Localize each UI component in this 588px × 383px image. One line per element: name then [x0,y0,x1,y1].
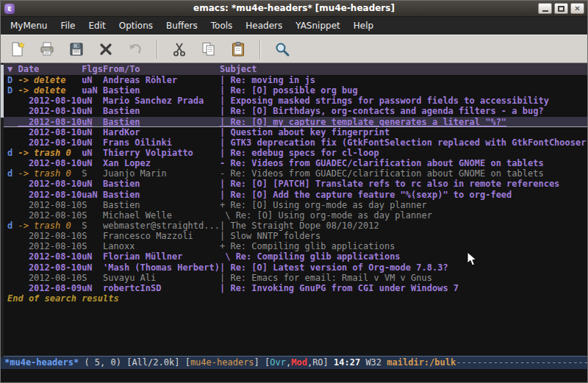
message-row[interactable]: d-> trash 0Swebmaster@straightd...| The … [1,221,587,231]
cut-icon [171,41,187,57]
scrollbar[interactable] [1,63,4,357]
message-subject: | Re: Emacs for email: Rmail v VM v Gnus [220,273,587,283]
message-date: 2012-08-10 [18,241,82,251]
paste-button[interactable] [229,39,248,60]
message-subject: | Slow NNTP folders [220,231,587,241]
message-row[interactable]: 2012-08-10uNXan Lopez- Re: Videos from G… [1,158,587,168]
save-button[interactable] [67,39,86,60]
message-mark [7,106,18,116]
message-row[interactable]: 2012-08-10uNMario Sanchez Prada| Exposin… [1,96,587,106]
print-button[interactable] [37,39,57,60]
menu-item-edit[interactable]: Edit [82,18,112,34]
mu4e-headers-buffer: ▼ Date Flgs From/To Subject D-> deleteuN… [1,63,587,382]
message-row[interactable]: D-> deleteuNAndreas Röhler| Re: moving i… [1,75,587,85]
menu-bar: MyMenuFileEditOptionsBuffersToolsHeaders… [1,17,587,35]
menu-item-headers[interactable]: Headers [239,18,289,34]
column-header-from[interactable]: From/To [103,63,220,75]
message-row[interactable]: 2012-08-10uNBastien| Re: [O] Birthdays, … [1,106,587,116]
message-date: 2012-08-10 [18,262,82,273]
message-subject: | GTK3 deprecation fix (GtkFontSelection… [220,137,587,148]
message-row[interactable]: 2012-08-10uNFlorian Müllner \ Re: Compil… [1,251,587,262]
window-title: emacs: *mu4e-headers* [mu4e-headers] [1,1,587,16]
modeline-segment-ovr: Ovr [270,357,286,368]
message-from: robertcInSD [103,283,220,293]
modeline-segment-plain: [All/2.0k] [126,357,184,368]
message-row[interactable]: 2012-08-10uN'Mash (Thomas Herbert)| Re: … [1,262,587,273]
search-button[interactable] [273,39,292,60]
sort-indicator-icon[interactable]: ▼ [7,63,18,75]
undo-button[interactable] [126,39,145,60]
message-subject: | Re: edebug specs for cl-loop [220,148,587,158]
menu-item-tools[interactable]: Tools [204,18,240,34]
close-button[interactable]: ✕ [570,3,584,14]
menu-item-help[interactable]: Help [347,18,380,34]
maximize-button[interactable] [554,3,568,14]
message-mark [7,127,18,137]
close-icon: ✕ [574,5,580,12]
minimize-button[interactable] [538,3,552,14]
message-row[interactable]: d-> trash 0SJuanjo Marin- Re: Videos fro… [1,168,587,179]
buffer-empty-space [1,304,587,356]
menu-item-file[interactable]: File [54,18,82,34]
cut-button[interactable] [170,39,189,60]
message-date: 2012-08-10 [18,106,82,116]
message-mark [7,210,18,221]
copy-icon [201,41,217,57]
message-date: 2012-08-10 [18,127,82,137]
message-row[interactable]: 2012-08-10SSuvayu Ali| Re: Emacs for ema… [1,273,587,283]
close-buffer-button[interactable] [96,39,115,60]
message-date: 2012-08-10 [18,251,82,262]
message-date: -> delete [18,85,82,96]
save-icon [68,41,85,57]
search-icon [274,41,290,57]
message-flags: uN [82,106,103,116]
copy-button[interactable] [199,39,218,60]
menu-item-buffers[interactable]: Buffers [159,18,204,34]
message-row[interactable]: 2012-08-10uNBastien| Re: [O] my capture … [1,117,587,127]
message-row[interactable]: 2012-08-10uNBastien| Re: [O] [PATCH] Tra… [1,179,587,189]
message-row[interactable]: 2012-08-09uNrobertcInSD| Re: Invoking Gn… [1,283,587,293]
new-file-icon [10,41,26,57]
column-header-flags[interactable]: Flgs [82,63,103,75]
minibuffer[interactable] [1,369,587,382]
title-bar[interactable]: ε emacs: *mu4e-headers* [mu4e-headers] ✕ [1,1,587,17]
message-date: 2012-08-10 [18,210,82,221]
message-row[interactable]: 2012-08-10SLanoxx+ Re: Compiling glib ap… [1,241,587,251]
message-from: Florian Müllner [103,251,220,262]
toolbar-separator [259,40,261,59]
message-row[interactable]: 2012-08-10uaNBastien| Re: [O] Add the ca… [1,190,587,200]
modeline-segment-path: maildir:/bulk [387,357,456,368]
message-from: Francesco Mazzoli [103,231,220,241]
message-date: 2012-08-10 [18,158,82,168]
message-from: Thierry Volpiatto [103,148,220,158]
message-row[interactable]: 2012-08-10uNFrans Oilinki| GTK3 deprecat… [1,137,587,148]
message-mark: D [7,85,18,96]
message-flags: S [82,241,103,251]
message-flags: S [82,273,103,283]
menu-item-yasnippet[interactable]: YASnippet [289,18,347,34]
message-date: 2012-08-10 [18,273,82,283]
menu-item-mymenu[interactable]: MyMenu [4,18,54,34]
scrollbar-thumb[interactable] [1,65,4,118]
message-subject: | Re: moving in js [220,75,587,85]
message-row[interactable]: D-> deleteuaNBastien| Re: [O] possible o… [1,85,587,96]
message-row[interactable]: d-> trash 0uNThierry Volpiatto| Re: edeb… [1,148,587,158]
modeline-segment-plain: W32 [365,357,387,368]
emacs-icon[interactable]: ε [4,4,15,14]
message-row[interactable]: 2012-08-10SFrancesco Mazzoli| Slow NNTP … [1,231,587,241]
message-row[interactable]: 2012-08-10SMichael Welle \ Re: [O] Using… [1,210,587,221]
column-header-date[interactable]: Date [18,63,82,75]
menu-item-options[interactable]: Options [112,18,159,34]
message-mark [7,158,18,168]
message-mark [7,179,18,189]
message-from: Bastien [103,190,220,200]
message-row[interactable]: 2012-08-10uNHardKor| Question about key … [1,127,587,137]
column-header-subject[interactable]: Subject [220,63,257,75]
message-flags: uN [82,251,103,262]
print-icon [39,41,55,57]
header-line: ▼ Date Flgs From/To Subject [1,63,587,75]
modeline-segment-plain: ] [323,357,334,368]
message-row[interactable]: 2012-08-10SBastien+ Re: [O] Using org-mo… [1,200,587,210]
message-subject: | Re: [O] Birthdays, org-contacts and ag… [220,106,587,116]
new-file-button[interactable] [8,39,27,60]
